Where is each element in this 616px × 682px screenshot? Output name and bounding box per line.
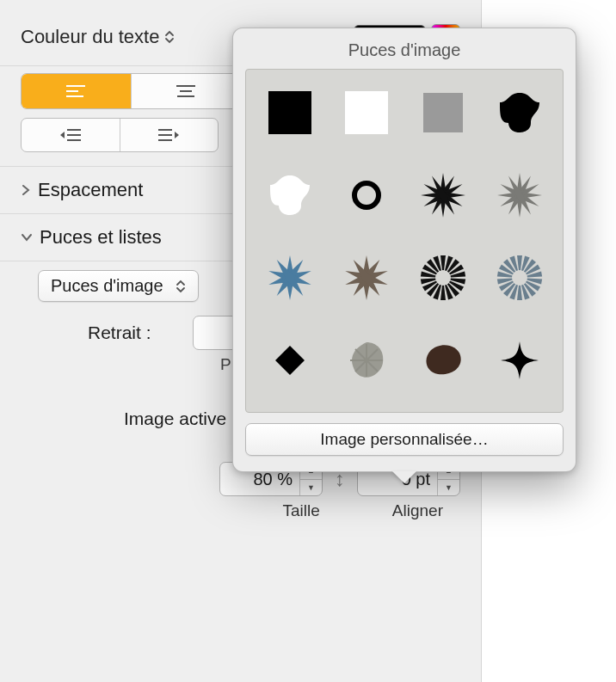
bullet-square-white[interactable] <box>328 78 404 147</box>
bullet-diamond-black[interactable] <box>251 326 328 395</box>
chevron-right-icon <box>21 184 31 196</box>
outdent-button[interactable] <box>22 119 120 151</box>
chevron-updown-icon <box>176 279 186 294</box>
svg-rect-24 <box>275 346 305 375</box>
indent-segment-group <box>21 118 219 152</box>
indent-button[interactable] <box>120 119 219 151</box>
bullet-burst-brown[interactable] <box>328 243 404 312</box>
bullet-quatrefoil-black[interactable] <box>481 78 557 147</box>
text-color-label: Couleur du texte <box>21 26 159 48</box>
bullet-square-gray[interactable] <box>404 78 481 147</box>
bullets-lists-label: Puces et listes <box>40 226 162 249</box>
bullet-type-label: Puces d'image <box>51 276 163 296</box>
size-caption: Taille <box>283 501 320 520</box>
svg-rect-19 <box>345 91 388 134</box>
bullet-burst-blue[interactable] <box>251 243 328 312</box>
svg-point-23 <box>512 270 527 286</box>
bullet-sparkle-black[interactable] <box>481 326 557 395</box>
align-center-button[interactable] <box>132 74 242 108</box>
custom-image-button[interactable]: Image personnalisée… <box>245 423 564 456</box>
bullet-diamond-partial[interactable] <box>328 409 404 413</box>
svg-rect-18 <box>268 91 311 134</box>
bullet-square-black[interactable] <box>251 78 328 147</box>
bullet-grid <box>245 69 564 413</box>
align-left-button[interactable] <box>22 74 132 108</box>
svg-point-21 <box>354 183 379 207</box>
step-down-icon[interactable]: ▼ <box>300 480 322 496</box>
bullet-burst-gray[interactable] <box>481 161 557 230</box>
bullet-burst-black[interactable] <box>404 161 481 230</box>
text-color-dropdown[interactable]: Couleur du texte <box>21 26 175 48</box>
bullet-rays-bluegray[interactable] <box>481 243 557 312</box>
step-down-icon[interactable]: ▼ <box>438 480 459 496</box>
active-image-label: Image active : <box>124 409 237 429</box>
size-align-captions: Taille Aligner <box>0 500 481 520</box>
popover-title: Puces d'image <box>245 40 564 60</box>
chevron-updown-icon <box>164 29 175 45</box>
bullet-scribble-gray[interactable] <box>328 326 404 395</box>
spacing-label: Espacement <box>38 179 143 201</box>
image-bullets-popover: Puces d'image <box>232 28 576 472</box>
align-caption: Aligner <box>392 501 443 520</box>
chevron-down-icon <box>21 232 33 243</box>
bullet-ring-black[interactable] <box>328 161 404 230</box>
bullet-blob-brown[interactable] <box>404 326 481 395</box>
bullet-quatrefoil-white[interactable] <box>251 161 328 230</box>
custom-image-label: Image personnalisée… <box>320 430 488 449</box>
svg-rect-20 <box>423 93 463 132</box>
svg-point-22 <box>435 270 451 286</box>
bullet-type-popup[interactable]: Puces d'image <box>38 270 199 302</box>
bullet-rays-black[interactable] <box>404 243 481 312</box>
indent-label: Retrait : <box>88 323 182 343</box>
